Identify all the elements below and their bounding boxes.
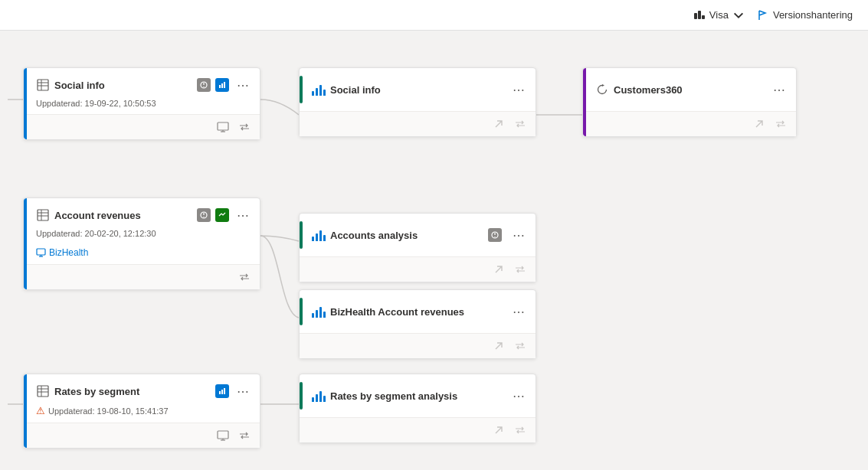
svg-rect-14 (224, 82, 225, 88)
warning-icon: ⚠ (36, 405, 45, 416)
chevron-down-icon (732, 9, 745, 21)
exchange-icon[interactable] (773, 116, 788, 132)
exchange-icon[interactable] (513, 116, 528, 132)
versionshantering-button[interactable]: Versionshantering (757, 9, 853, 21)
versionshantering-label: Versionshantering (773, 9, 853, 21)
rates-by-segment-analysis-card: Rates by segment analysis ⋯ (299, 374, 536, 443)
card-header: Rates by segment analysis ⋯ (300, 374, 536, 417)
badge-blue (215, 78, 229, 92)
exchange-icon[interactable] (237, 428, 252, 443)
card-title: Rates by segment (54, 386, 211, 397)
table-icon (36, 384, 50, 398)
arrow-up-right-icon[interactable] (491, 338, 506, 354)
bar-chart-visual (312, 83, 326, 96)
card-accent (24, 198, 27, 289)
visa-button[interactable]: Visa (693, 9, 745, 21)
badge-gray (488, 228, 502, 242)
more-button[interactable]: ⋯ (234, 382, 252, 400)
more-button[interactable]: ⋯ (234, 206, 252, 224)
svg-rect-25 (37, 249, 45, 255)
svg-rect-18 (38, 210, 48, 220)
card-subtitle: Uppdaterad: 20-02-20, 12:12:30 (24, 229, 260, 244)
card-accent (300, 76, 303, 103)
bar-chart-visual (312, 305, 326, 318)
visa-label: Visa (709, 9, 729, 21)
bar-chart-visual (312, 390, 326, 402)
card-subtitle: ⚠ Uppdaterad: 19-08-10, 15:41:37 (24, 405, 260, 423)
card-accent (583, 68, 586, 136)
exchange-icon[interactable] (513, 423, 528, 438)
flag-icon (757, 9, 769, 21)
subtitle-text: Uppdaterad: 19-08-10, 15:41:37 (48, 406, 169, 416)
svg-rect-1 (698, 11, 701, 19)
card-footer (583, 111, 796, 136)
more-button[interactable]: ⋯ (509, 302, 528, 321)
monitor-icon[interactable] (215, 428, 231, 443)
bizhealth-account-revenues-card: BizHealth Account revenues ⋯ (299, 289, 536, 359)
svg-rect-35 (218, 431, 228, 439)
more-button[interactable]: ⋯ (509, 80, 528, 99)
card-header: Rates by segment ⋯ (24, 374, 260, 405)
bar-chart-icon (312, 83, 326, 96)
monitor-small-icon (36, 248, 46, 258)
more-button[interactable]: ⋯ (770, 80, 788, 99)
card-footer (300, 256, 536, 282)
svg-rect-0 (694, 13, 697, 19)
badge-blue (215, 384, 229, 398)
social-info-analysis-card: Social info ⋯ (299, 67, 536, 137)
card-header: Customers360 ⋯ (583, 68, 796, 111)
card-accent (300, 221, 303, 249)
bar-chart-icon (312, 305, 326, 318)
card-header: Social info ⋯ (300, 68, 536, 111)
svg-rect-5 (38, 80, 48, 90)
arrow-up-right-icon[interactable] (491, 116, 506, 132)
link-label: BizHealth (49, 247, 88, 258)
card-title: BizHealth Account revenues (330, 306, 505, 318)
customers360-card: Customers360 ⋯ (582, 67, 797, 137)
badge-gray (197, 78, 211, 92)
bizhealth-link[interactable]: BizHealth (24, 244, 260, 264)
badge-green (215, 208, 229, 222)
canvas: Social info ⋯ Uppdaterad: 19-09-22, 10:5… (0, 31, 868, 470)
exchange-icon[interactable] (513, 262, 528, 277)
badge-gray (197, 208, 211, 222)
card-footer (24, 264, 260, 289)
monitor-icon[interactable] (215, 119, 231, 135)
svg-rect-15 (218, 122, 228, 130)
card-footer (24, 114, 260, 139)
card-footer (300, 111, 536, 136)
more-button[interactable]: ⋯ (509, 226, 528, 244)
exchange-icon[interactable] (237, 269, 252, 285)
card-footer (300, 417, 536, 442)
svg-rect-12 (219, 85, 221, 88)
card-footer (24, 423, 260, 448)
account-revenues-source-card: Account revenues ⋯ Uppdaterad: 20-02-20,… (23, 197, 260, 290)
table-icon (36, 78, 50, 92)
card-subtitle: Uppdaterad: 19-09-22, 10:50:53 (24, 99, 260, 114)
exchange-icon[interactable] (237, 119, 252, 135)
accounts-analysis-card: Accounts analysis ⋯ (299, 213, 536, 282)
bar-chart-icon (312, 228, 326, 242)
svg-rect-28 (38, 386, 48, 397)
card-title: Rates by segment analysis (330, 390, 505, 402)
more-button[interactable]: ⋯ (509, 387, 528, 405)
card-title: Social info (54, 80, 192, 91)
card-accent (300, 382, 303, 410)
top-bar: Visa Versionshantering (0, 0, 868, 31)
arrow-up-right-icon[interactable] (491, 262, 506, 277)
arrow-up-right-icon[interactable] (752, 116, 767, 132)
bar-chart-visual (312, 229, 326, 241)
more-button[interactable]: ⋯ (234, 76, 252, 94)
card-accent (24, 374, 27, 448)
card-header: Accounts analysis ⋯ (300, 214, 536, 256)
card-title: Account revenues (54, 210, 192, 221)
card-footer (300, 333, 536, 358)
card-accent (300, 298, 303, 325)
exchange-icon[interactable] (513, 338, 528, 354)
card-header: Social info ⋯ (24, 68, 260, 99)
bar-chart-icon (312, 389, 326, 403)
card-header: Account revenues ⋯ (24, 198, 260, 229)
arrow-up-right-icon[interactable] (491, 423, 506, 438)
svg-rect-33 (221, 390, 223, 394)
rates-by-segment-source-card: Rates by segment ⋯ ⚠ Uppdaterad: 19-08-1… (23, 374, 260, 449)
